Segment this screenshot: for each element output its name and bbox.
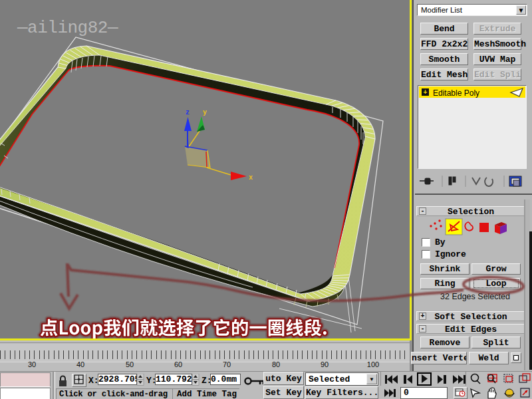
svg-text:z: z [186,109,190,116]
svg-text:—ailing82—: —ailing82— [17,18,118,38]
svg-text:x: x [249,174,253,182]
svg-text:y: y [203,109,207,116]
